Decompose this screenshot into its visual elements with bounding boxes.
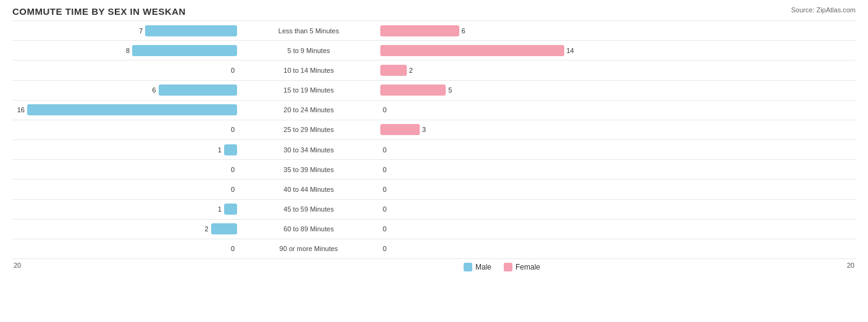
right-section: 5 — [377, 85, 605, 96]
female-value: 14 — [567, 47, 579, 54]
row-label: 30 to 34 Minutes — [241, 146, 377, 154]
male-value: 2 — [196, 225, 209, 233]
left-section: 1 — [12, 144, 241, 155]
chart-area: 7 Less than 5 Minutes 6 8 5 to 9 Minutes… — [12, 20, 856, 278]
row-label: Less than 5 Minutes — [241, 27, 377, 35]
row-label: 35 to 39 Minutes — [241, 166, 377, 173]
left-section: 0 — [12, 164, 241, 175]
legend-male: Male — [464, 263, 491, 271]
female-value: 0 — [383, 146, 395, 154]
female-bar — [380, 25, 459, 36]
legend-female: Female — [504, 263, 540, 271]
left-section: 7 — [12, 25, 241, 36]
legend-male-label: Male — [475, 263, 491, 271]
chart-row: 0 90 or more Minutes 0 — [12, 239, 856, 259]
male-value: 6 — [144, 86, 156, 94]
left-section: 0 — [12, 184, 241, 195]
female-value: 0 — [383, 205, 395, 213]
male-bar — [224, 144, 237, 155]
female-value: 0 — [383, 225, 395, 233]
chart-container: COMMUTE TIME BY SEX IN WESKAN Source: Zi… — [0, 0, 868, 322]
right-section: 0 — [377, 184, 605, 195]
male-value: 1 — [209, 205, 222, 213]
row-label: 60 to 89 Minutes — [241, 225, 377, 233]
right-section: 6 — [377, 25, 605, 36]
left-section: 1 — [12, 204, 241, 215]
female-value: 0 — [383, 245, 395, 252]
male-value: 0 — [222, 166, 235, 173]
male-bar — [27, 104, 237, 115]
male-value: 8 — [117, 47, 130, 54]
chart-row: 6 15 to 19 Minutes 5 — [12, 81, 856, 101]
female-bar — [380, 85, 446, 96]
male-bar — [159, 85, 238, 96]
source-label: Source: ZipAtlas.com — [791, 6, 856, 14]
left-section: 0 — [12, 243, 241, 254]
male-bar — [211, 223, 238, 234]
chart-row: 7 Less than 5 Minutes 6 — [12, 20, 856, 41]
left-section: 16 — [12, 104, 241, 115]
rows-container: 7 Less than 5 Minutes 6 8 5 to 9 Minutes… — [12, 20, 856, 259]
row-label: 15 to 19 Minutes — [241, 86, 377, 94]
row-label: 10 to 14 Minutes — [241, 67, 377, 74]
female-value: 0 — [383, 186, 395, 193]
axis-right-label: 20 — [627, 262, 856, 269]
chart-row: 0 25 to 29 Minutes 3 — [12, 120, 856, 140]
left-section: 6 — [12, 85, 241, 96]
right-section: 2 — [377, 65, 605, 76]
female-bar — [380, 65, 407, 76]
male-value: 0 — [222, 67, 235, 74]
row-label: 90 or more Minutes — [241, 245, 377, 252]
female-value: 3 — [422, 126, 435, 133]
left-section: 0 — [12, 124, 241, 135]
chart-row: 16 20 to 24 Minutes 0 — [12, 101, 856, 120]
row-label: 5 to 9 Minutes — [241, 47, 377, 54]
male-bar — [224, 204, 237, 215]
male-value: 0 — [222, 245, 235, 252]
male-value: 1 — [209, 146, 222, 154]
male-value: 7 — [130, 27, 143, 35]
right-section: 0 — [377, 104, 605, 115]
row-label: 25 to 29 Minutes — [241, 126, 377, 133]
left-section: 0 — [12, 65, 241, 76]
row-label: 45 to 59 Minutes — [241, 205, 377, 213]
legend-male-box — [464, 263, 472, 271]
male-value: 0 — [222, 126, 235, 133]
chart-row: 1 30 to 34 Minutes 0 — [12, 140, 856, 160]
chart-title: COMMUTE TIME BY SEX IN WESKAN — [12, 6, 856, 17]
female-value: 5 — [448, 86, 461, 94]
right-section: 0 — [377, 144, 605, 155]
chart-row: 1 45 to 59 Minutes 0 — [12, 200, 856, 220]
male-bar — [145, 25, 237, 36]
chart-row: 2 60 to 89 Minutes 0 — [12, 220, 856, 239]
row-label: 20 to 24 Minutes — [241, 106, 377, 114]
female-bar — [380, 45, 564, 56]
right-section: 0 — [377, 204, 605, 215]
chart-row: 0 10 to 14 Minutes 2 — [12, 60, 856, 80]
legend-female-box — [504, 263, 512, 271]
left-section: 2 — [12, 223, 241, 234]
legend-female-label: Female — [515, 263, 540, 271]
right-section: 0 — [377, 164, 605, 175]
chart-row: 0 35 to 39 Minutes 0 — [12, 160, 856, 180]
right-section: 0 — [377, 243, 605, 254]
female-value: 0 — [383, 166, 395, 173]
female-value: 0 — [383, 106, 395, 114]
axis-left-label: 20 — [12, 262, 241, 269]
male-bar — [132, 45, 237, 56]
left-section: 8 — [12, 45, 241, 56]
male-value: 16 — [12, 106, 25, 114]
chart-row: 0 40 to 44 Minutes 0 — [12, 180, 856, 199]
right-section: 14 — [377, 45, 605, 56]
female-bar — [380, 124, 420, 135]
legend: Male Female — [377, 263, 627, 271]
bottom-row: 20 Male Female 20 — [12, 259, 856, 271]
row-label: 40 to 44 Minutes — [241, 186, 377, 193]
right-section: 0 — [377, 223, 605, 234]
female-value: 2 — [409, 67, 422, 74]
male-value: 0 — [222, 186, 235, 193]
right-section: 3 — [377, 124, 605, 135]
chart-row: 8 5 to 9 Minutes 14 — [12, 41, 856, 60]
female-value: 6 — [462, 27, 474, 35]
